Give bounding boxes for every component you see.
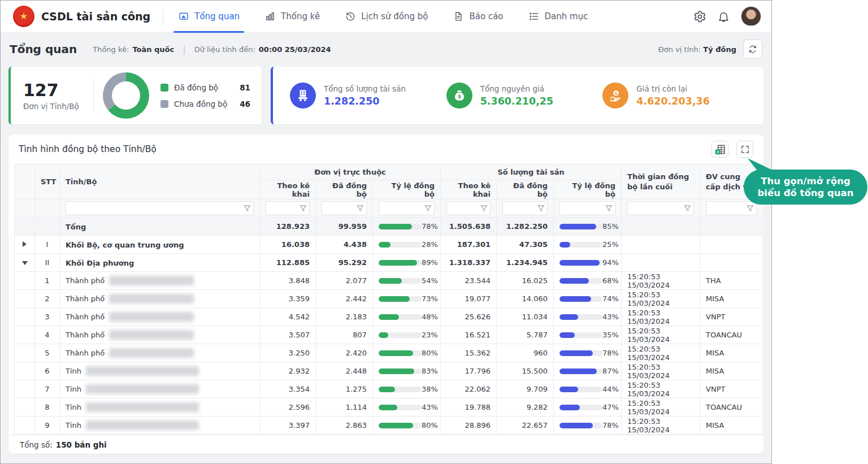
last-sync-cell: [622, 236, 700, 254]
units-progress-bar: [379, 368, 422, 374]
assets-declared-cell: 19.788: [441, 398, 497, 417]
main-tabs: Tổng quan Thống kê Lịch sử đồng bộ Báo c…: [178, 1, 588, 33]
province-name: Khối Địa phương: [66, 259, 134, 267]
sync-table-rows: Tổng128.92399.95978%1.505.6381.282.25085…: [15, 218, 763, 435]
last-sync-cell: 15:20:53 15/03/2024: [622, 326, 700, 344]
stat-label: Giá trị còn lại: [636, 84, 710, 93]
table-row: 3Thành phố4.5422.18348%25.62611.03443%15…: [15, 308, 763, 326]
filter-input-units-synced[interactable]: [322, 202, 355, 215]
tab-overview[interactable]: Tổng quan: [178, 1, 240, 33]
settings-button[interactable]: [693, 10, 706, 23]
refresh-button[interactable]: [743, 40, 762, 59]
assets-synced-cell: 1.234.945: [497, 254, 554, 272]
filter-input-assets-ratio[interactable]: [560, 202, 604, 215]
progress: 23%: [379, 331, 435, 339]
assets-progress-bar: [559, 332, 602, 338]
list-icon: [528, 11, 540, 22]
table-row: 4Thành phố3.50780723%16.5215.78735%15:20…: [15, 326, 763, 344]
expand-chart-button[interactable]: [736, 141, 753, 158]
assets-ratio-header: Tỷ lệ đồng bộ: [554, 180, 622, 200]
filter-input-assets-synced[interactable]: [503, 202, 536, 215]
funnel-icon[interactable]: [300, 205, 307, 212]
tab-sync-history[interactable]: Lịch sử đồng bộ: [345, 1, 428, 33]
progress: 43%: [379, 403, 435, 411]
chevron-right-icon[interactable]: [23, 241, 27, 247]
filter-input-assets-declared[interactable]: [447, 202, 479, 215]
filter-input-units-ratio[interactable]: [379, 202, 423, 215]
nav-right: [693, 6, 761, 27]
table-row[interactable]: IIKhối Địa phương112.88595.29289%1.318.3…: [15, 254, 763, 272]
expand-icon: [740, 145, 750, 154]
filter-input-provider[interactable]: [706, 202, 745, 215]
table-row: Tổng128.92399.95978%1.505.6381.282.25085…: [15, 218, 763, 236]
progress: 78%: [379, 222, 435, 231]
funnel-icon[interactable]: [357, 205, 364, 212]
table-row[interactable]: IKhối Bộ, cơ quan trung ương16.0384.4382…: [15, 236, 763, 254]
tab-statistics[interactable]: Thống kê: [264, 1, 320, 33]
provider-cell: VNPT: [700, 380, 763, 398]
funnel-icon[interactable]: [537, 205, 545, 212]
funnel-icon[interactable]: [605, 205, 613, 212]
units-progress-bar: [379, 423, 422, 428]
filter-input-last-sync[interactable]: [628, 202, 682, 215]
funnel-icon[interactable]: [684, 205, 691, 212]
filter-input-province[interactable]: [66, 202, 242, 215]
vietnam-emblem-logo: ★: [13, 6, 34, 27]
last-sync-cell: 15:20:53 15/03/2024: [622, 380, 700, 398]
tab-categories[interactable]: Danh mục: [528, 1, 588, 33]
assets-declared-cell: 23.544: [441, 272, 497, 290]
chevron-down-icon[interactable]: [22, 261, 28, 265]
table-row: 8Tỉnh2.5961.11443%19.7889.28247%15:20:53…: [15, 398, 763, 417]
units-ratio-cell: 48%: [373, 308, 441, 326]
units-synced-cell: 1.275: [316, 380, 373, 398]
last-sync-header: Thời gian đồng bộ lần cuối: [622, 164, 700, 200]
units-ratio-cell: 43%: [373, 398, 441, 417]
tab-reports[interactable]: Báo cáo: [453, 1, 503, 33]
province-name: Tỉnh: [66, 385, 81, 393]
expander-cell: [15, 290, 35, 308]
last-sync-cell: 15:20:53 15/03/2024: [622, 417, 700, 435]
provider-cell: MISA: [700, 417, 763, 435]
units-ratio-header: Tỷ lệ đồng bộ: [373, 180, 441, 200]
progress: 48%: [379, 313, 435, 321]
funnel-icon[interactable]: [244, 205, 251, 212]
filter-input-units-declared[interactable]: [266, 202, 298, 215]
units-ratio-cell: 28%: [373, 236, 441, 254]
expander-cell: [15, 398, 35, 417]
assets-declared-cell: 187.301: [441, 236, 497, 254]
expander-cell[interactable]: [15, 236, 35, 254]
assets-progress-bar: [559, 368, 602, 374]
expander-cell[interactable]: [15, 254, 35, 272]
legend-item-not-synced: Chưa đồng bộ 46: [160, 99, 250, 109]
assets-progress-bar: [559, 278, 602, 284]
redacted-name: [86, 384, 199, 394]
units-ratio-cell: 73%: [373, 290, 441, 308]
provider-cell: TOANCAU: [700, 326, 763, 344]
footer-value: 150 bản ghi: [56, 440, 107, 449]
progress: 89%: [379, 258, 435, 267]
stat-total-assets: Tổng số lượng tài sản 1.282.250: [290, 83, 446, 109]
percent-label: 74%: [602, 294, 619, 303]
units-ratio-cell: 54%: [373, 272, 441, 290]
funnel-icon[interactable]: [424, 205, 432, 212]
user-avatar[interactable]: [741, 6, 761, 27]
funnel-icon[interactable]: [747, 205, 754, 212]
legend-value: 46: [240, 99, 250, 109]
export-excel-button[interactable]: x: [711, 141, 728, 158]
units-declared-cell: 3.250: [260, 344, 316, 362]
notifications-button[interactable]: [717, 10, 730, 23]
assets-synced-cell: 16.025: [497, 272, 554, 290]
filter-empty: [15, 200, 35, 218]
units-count-block: 127 Đơn vị Tỉnh/Bộ: [23, 81, 92, 111]
units-synced-cell: 2.442: [316, 290, 373, 308]
top-nav: ★ CSDL tài sản công Tổng quan Thống kê L…: [1, 1, 771, 33]
asof-label: Dữ liệu tính đến:: [194, 45, 255, 54]
percent-label: 73%: [422, 294, 438, 303]
units-progress-bar: [379, 332, 422, 338]
scope-value: Toàn quốc: [132, 45, 174, 54]
funnel-icon[interactable]: [480, 205, 488, 212]
units-synced-cell: 99.959: [316, 218, 373, 236]
assets-progress-bar: [559, 224, 602, 229]
assets-progress-bar: [559, 405, 602, 410]
table-row: 1Thành phố3.8482.07754%23.54416.02568%15…: [15, 272, 763, 290]
